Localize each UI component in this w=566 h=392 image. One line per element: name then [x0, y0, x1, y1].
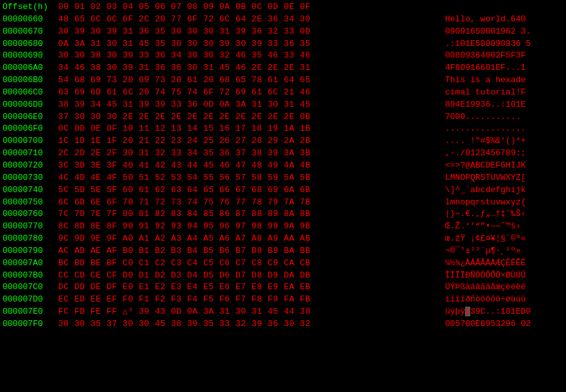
row-offset: 000007F0	[0, 318, 58, 331]
row-hex: CC CD CE CF D0 D1 D2 D3 D4 D5 D6 D7 D8 D…	[58, 270, 440, 282]
row-offset: 00000720	[0, 160, 58, 172]
row-offset: 00000670	[0, 26, 58, 38]
row-hex: 7C 7D 7E 7F 80 81 82 83 84 85 86 87 88 8…	[58, 208, 440, 221]
row-hex: 8C 8D 8E 8F 90 91 92 93 94 95 96 97 98 9…	[58, 221, 440, 233]
row-ascii: cimal tutorial!F	[440, 87, 556, 99]
table-row: 000006D038 39 34 45 31 39 39 33 36 0D 0A…	[0, 99, 566, 111]
table-row: 000007C0DC DD DE DF E0 E1 E2 E3 E4 E5 E6…	[0, 281, 566, 294]
row-ascii: \]^_`abcdefghijk	[440, 184, 556, 197]
table-row: 000006E037 30 30 30 2E 2E 2E 2E 2E 2E 2E…	[0, 111, 566, 124]
row-hex: 30 39 30 39 31 36 35 30 30 30 31 39 36 3…	[58, 26, 440, 38]
row-offset: 000006C0	[0, 87, 58, 99]
row-hex: EC ED EE EF F0 F1 F2 F3 F4 F5 F6 F7 F8 F…	[58, 294, 440, 306]
row-hex: 1C 1D 1E 1F 20 21 22 23 24 25 26 27 28 2…	[58, 135, 440, 147]
row-hex: 4C 4D 4E 4F 50 51 52 53 54 55 56 57 58 5…	[58, 172, 440, 184]
table-row: 000007809C 9D 9E 9F A0 A1 A2 A3 A4 A5 A6…	[0, 233, 566, 245]
row-ascii: ìíîïðñòóôõö÷øùúû	[440, 294, 556, 306]
row-offset: 000006F0	[0, 123, 58, 135]
row-ascii: Hello, world.640	[440, 14, 556, 26]
row-offset: 00000750	[0, 197, 58, 209]
row-hex: 38 39 34 45 31 39 39 33 36 0D 0A 3A 31 3…	[58, 99, 440, 111]
row-offset: 000007C0	[0, 281, 58, 294]
row-hex: 9C 9D 9E 9F A0 A1 A2 A3 A4 A5 A6 A7 A8 A…	[58, 233, 440, 245]
row-offset: 00000780	[0, 233, 58, 245]
row-hex: 6C 6D 6E 6F 70 71 72 73 74 75 76 77 78 7…	[58, 197, 440, 209]
row-hex: AC AD AE AF B0 B1 B2 B3 B4 B5 B6 B7 B8 B…	[58, 245, 440, 257]
row-hex: 30 30 38 30 39 33 36 34 30 30 32 46 35 4…	[58, 50, 440, 62]
row-offset: 00000790	[0, 245, 58, 257]
row-offset: 000007D0	[0, 294, 58, 306]
header-row: Offset(h) 00 01 02 03 04 05 06 07 08 09 …	[0, 1, 566, 14]
row-hex: BC BD BE BF C0 C1 C2 C3 C4 C5 C6 C7 C8 C…	[58, 257, 440, 270]
row-offset: 00000680	[0, 38, 58, 50]
row-offset: 000006D0	[0, 99, 58, 111]
row-ascii: 005700E8953296 02	[440, 318, 556, 331]
row-offset: 00000690	[0, 50, 58, 62]
table-row: 000007203C 3D 3E 3F 40 41 42 43 44 45 46…	[0, 160, 566, 172]
row-ascii: .... !"#$%&'()*+	[440, 135, 556, 147]
row-ascii: |}~.€.‚ƒ„…†‡ˆ‰Š‹	[440, 208, 556, 221]
row-hex: 0C 0D 0E 0F 10 11 12 13 14 15 16 17 18 1…	[58, 123, 440, 135]
row-ascii: ¬­®¯°±²³´µ¶·¸¹º»	[440, 245, 556, 257]
row-hex: 34 46 38 30 39 31 36 36 30 31 45 46 2E 2…	[58, 62, 440, 74]
table-row: 000006F00C 0D 0E 0F 10 11 12 13 14 15 16…	[0, 123, 566, 135]
row-hex: DC DD DE DF E0 E1 E2 E3 E4 E5 E6 E7 E8 E…	[58, 281, 440, 294]
row-offset: 00000760	[0, 208, 58, 221]
table-row: 000007A0BC BD BE BF C0 C1 C2 C3 C4 C5 C6…	[0, 257, 566, 270]
row-ascii: 00809364002F5F3F	[440, 50, 556, 62]
row-offset: 000006A0	[0, 62, 58, 74]
table-row: 000007D0EC ED EE EF F0 F1 F2 F3 F4 F5 F6…	[0, 294, 566, 306]
row-ascii: œ.žŸ ¡¢£¤¥¦§¨©ª«	[440, 233, 556, 245]
row-offset: 00000700	[0, 135, 58, 147]
hex-editor: Offset(h) 00 01 02 03 04 05 06 07 08 09 …	[0, 0, 566, 332]
table-row: 000006C063 69 6D 61 6C 20 74 75 74 6F 72…	[0, 87, 566, 99]
col-headers: 00 01 02 03 04 05 06 07 08 09 0A 0B 0C 0…	[58, 1, 440, 14]
row-hex: 63 69 6D 61 6C 20 74 75 74 6F 72 69 61 6…	[58, 87, 440, 99]
table-row: 0000069030 30 38 30 39 33 36 34 30 30 32…	[0, 50, 566, 62]
table-row: 000007405C 5D 5E 5F 60 61 62 63 64 65 66…	[0, 184, 566, 197]
row-offset: 000007B0	[0, 270, 58, 282]
row-hex: 48 65 6C 6C 6F 2C 20 77 6F 72 6C 64 2E 3…	[58, 14, 440, 26]
row-ascii: 4F80916601EF...1	[440, 62, 556, 74]
row-offset: 000006B0	[0, 74, 58, 87]
row-ascii: ÜÝÞßàáâãäåæçèéêë	[440, 281, 556, 294]
row-ascii: .:101E500090936 5	[440, 38, 556, 50]
row-offset: 000007E0	[0, 306, 58, 318]
row-ascii: üýþÿÿ39C..:101ED0	[440, 306, 556, 318]
table-row: 0000066048 65 6C 6C 6F 2C 20 77 6F 72 6C…	[0, 14, 566, 26]
row-hex: 54 68 69 73 20 69 73 20 61 20 68 65 78 6…	[58, 74, 440, 87]
table-row: 000007708C 8D 8E 8F 90 91 92 93 94 95 96…	[0, 221, 566, 233]
row-hex: FC FD FE FF △³ 39 43 0D 0A 3A 31 30 31 4…	[58, 306, 440, 318]
row-ascii: 09091650001962 3.	[440, 26, 556, 38]
row-hex: 2C 2D 2E 2F 30 31 32 33 34 35 36 37 38 3…	[58, 147, 440, 160]
table-row: 00000790AC AD AE AF B0 B1 B2 B3 B4 B5 B6…	[0, 245, 566, 257]
table-row: 000007001C 1D 1E 1F 20 21 22 23 24 25 26…	[0, 135, 566, 147]
row-ascii: LMNOPQRSTUVWXYZ[	[440, 172, 556, 184]
row-ascii: This is a hexade	[440, 74, 556, 87]
row-hex: 3C 3D 3E 3F 40 41 42 43 44 45 46 47 48 4…	[58, 160, 440, 172]
row-hex: 37 30 30 30 2E 2E 2E 2E 2E 2E 2E 2E 2E 2…	[58, 111, 440, 124]
table-row: 000007607C 7D 7E 7F 80 81 82 83 84 85 86…	[0, 208, 566, 221]
row-ascii: ,-./0123456789:;	[440, 147, 556, 160]
row-ascii: lmnopqrstuvwxyz{	[440, 197, 556, 209]
offset-header: Offset(h)	[0, 1, 58, 14]
row-ascii: ÌÍÎÏÐÑÒÓÔÕÖ×ØÙÚÛ	[440, 270, 556, 282]
row-ascii: 894E19936..:101E	[440, 99, 556, 111]
row-offset: 00000730	[0, 172, 58, 184]
row-offset: 000007A0	[0, 257, 58, 270]
row-ascii: Œ.Ž.‘’“”•–—˜™š›	[440, 221, 556, 233]
table-row: 000007102C 2D 2E 2F 30 31 32 33 34 35 36…	[0, 147, 566, 160]
row-hex: 30 30 35 37 30 30 45 38 39 35 33 32 39 3…	[58, 318, 440, 331]
row-ascii: ¼½¾¿ÀÁÂÃÄÅÆÇÈÉÊË	[440, 257, 556, 270]
cursor-position: ÿ	[465, 307, 470, 316]
table-row: 000007304C 4D 4E 4F 50 51 52 53 54 55 56…	[0, 172, 566, 184]
table-row: 000007B0CC CD CE CF D0 D1 D2 D3 D4 D5 D6…	[0, 270, 566, 282]
row-offset: 00000770	[0, 221, 58, 233]
row-offset: 00000660	[0, 14, 58, 26]
row-ascii: <=>?@ABCDEFGHIJK	[440, 160, 556, 172]
row-hex: 0A 3A 31 30 31 45 35 30 30 30 39 30 39 3…	[58, 38, 440, 50]
row-offset: 00000710	[0, 147, 58, 160]
table-row: 000006A034 46 38 30 39 31 36 36 30 31 45…	[0, 62, 566, 74]
table-row: 0000067030 39 30 39 31 36 35 30 30 30 31…	[0, 26, 566, 38]
table-row: 000006B054 68 69 73 20 69 73 20 61 20 68…	[0, 74, 566, 87]
